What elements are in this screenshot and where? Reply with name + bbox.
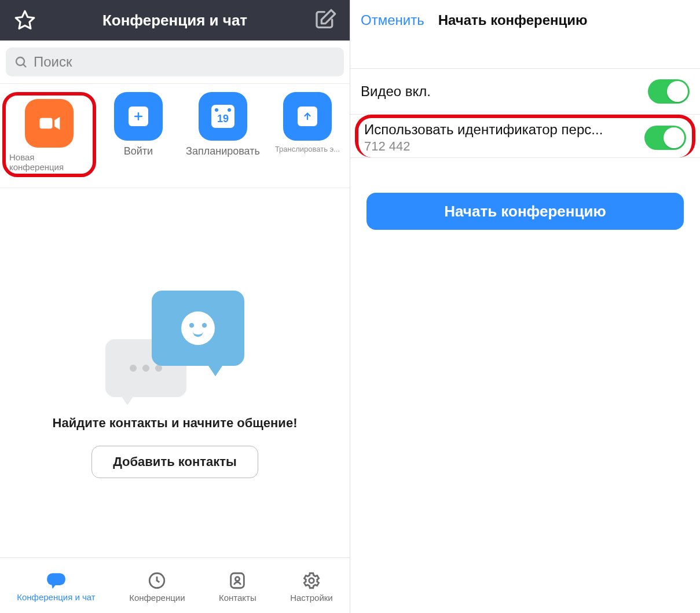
calendar-icon: 19 bbox=[199, 92, 247, 141]
video-camera-icon bbox=[25, 99, 74, 148]
tab-contacts-label: Контакты bbox=[219, 593, 256, 603]
header-left: Конференция и чат bbox=[0, 0, 350, 41]
search-placeholder: Поиск bbox=[34, 54, 72, 70]
search-icon bbox=[14, 55, 28, 69]
use-pmi-row: Использовать идентификатор перс... 712 4… bbox=[355, 115, 695, 157]
chat-bubbles-illustration bbox=[105, 291, 244, 401]
svg-marker-4 bbox=[54, 117, 60, 130]
join-button[interactable]: Войти bbox=[96, 92, 181, 177]
schedule-label: Запланировать bbox=[186, 145, 260, 157]
tab-settings-label: Настройки bbox=[290, 593, 333, 603]
svg-rect-8 bbox=[47, 573, 65, 585]
right-pane: Отменить Начать конференцию Видео вкл. И… bbox=[350, 0, 700, 613]
gear-icon bbox=[302, 571, 321, 590]
cancel-button[interactable]: Отменить bbox=[361, 12, 424, 28]
add-contacts-button[interactable]: Добавить контакты bbox=[91, 446, 258, 478]
calendar-day: 19 bbox=[217, 113, 229, 125]
tab-meetings[interactable]: Конференции bbox=[129, 571, 185, 603]
bottom-tabbar: Конференция и чат Конференции Контакты Н… bbox=[0, 557, 350, 613]
header-right: Отменить Начать конференцию bbox=[350, 0, 700, 41]
share-label: Транслировать э... bbox=[275, 145, 340, 154]
tab-chat[interactable]: Конференция и чат bbox=[17, 571, 96, 602]
join-label: Войти bbox=[124, 145, 153, 157]
chat-bubble-icon bbox=[45, 571, 67, 590]
svg-rect-3 bbox=[39, 118, 52, 129]
empty-state: Найдите контакты и начните общение! Доба… bbox=[0, 188, 350, 558]
tab-chat-label: Конференция и чат bbox=[17, 592, 96, 602]
header-title: Конференция и чат bbox=[102, 12, 247, 30]
share-screen-button[interactable]: Транслировать э... bbox=[265, 92, 350, 177]
search-input[interactable]: Поиск bbox=[6, 47, 344, 76]
meeting-options: Видео вкл. Использовать идентификатор пе… bbox=[350, 68, 700, 158]
new-meeting-label: Новая конференция bbox=[9, 152, 89, 172]
tab-meetings-label: Конференции bbox=[129, 593, 185, 603]
pmi-value: 712 442 bbox=[364, 139, 639, 154]
video-on-label: Видео вкл. bbox=[361, 83, 642, 100]
star-icon[interactable] bbox=[14, 9, 36, 34]
video-on-toggle[interactable] bbox=[648, 79, 690, 104]
empty-prompt: Найдите контакты и начните общение! bbox=[53, 416, 298, 431]
schedule-button[interactable]: 19 Запланировать bbox=[181, 92, 265, 177]
start-meeting-button[interactable]: Начать конференцию bbox=[367, 193, 684, 230]
svg-marker-0 bbox=[16, 11, 34, 28]
new-meeting-highlight: Новая конференция bbox=[2, 92, 96, 177]
clock-icon bbox=[147, 571, 167, 590]
use-pmi-label: Использовать идентификатор перс... bbox=[364, 122, 639, 138]
plus-icon bbox=[114, 92, 163, 141]
svg-line-2 bbox=[23, 64, 26, 67]
compose-icon[interactable] bbox=[314, 8, 337, 34]
tab-contacts[interactable]: Контакты bbox=[219, 571, 256, 603]
search-wrap: Поиск bbox=[0, 41, 350, 83]
left-pane: Конференция и чат Поиск Новая конференци… bbox=[0, 0, 350, 613]
new-meeting-button[interactable]: Новая конференция bbox=[9, 99, 89, 172]
video-on-row: Видео вкл. bbox=[350, 69, 700, 115]
use-pmi-toggle[interactable] bbox=[644, 126, 686, 150]
svg-point-1 bbox=[16, 57, 24, 65]
upload-arrow-icon bbox=[283, 92, 332, 141]
start-meeting-title: Начать конференцию bbox=[438, 12, 588, 28]
svg-point-13 bbox=[309, 578, 314, 583]
quick-actions: Новая конференция Войти 19 Запланировать bbox=[0, 83, 350, 188]
svg-point-12 bbox=[236, 577, 240, 581]
svg-marker-9 bbox=[52, 584, 56, 589]
person-icon bbox=[228, 571, 247, 590]
tab-settings[interactable]: Настройки bbox=[290, 571, 333, 603]
start-button-wrap: Начать конференцию bbox=[350, 158, 700, 265]
